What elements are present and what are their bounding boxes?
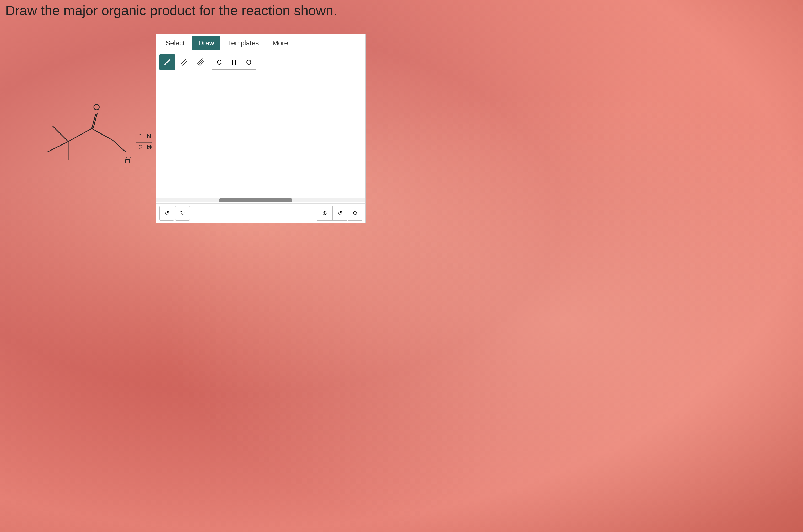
- triple-bond-button[interactable]: [193, 54, 209, 70]
- page-title: Draw the major organic product for the r…: [5, 3, 337, 18]
- zoom-out-button[interactable]: ⊖: [348, 206, 362, 221]
- svg-line-20: [197, 58, 203, 64]
- molecule-svg: O H 1. NaBH 4 2. H 2 O: [16, 100, 152, 173]
- svg-text:2: 2: [148, 145, 151, 151]
- atom-o-button[interactable]: O: [242, 55, 256, 70]
- scrollbar-thumb[interactable]: [219, 198, 292, 203]
- redo-button[interactable]: ↻: [175, 206, 190, 221]
- zoom-in-icon: ⊕: [322, 210, 327, 216]
- svg-line-19: [183, 61, 187, 65]
- tab-templates[interactable]: Templates: [222, 36, 265, 50]
- zoom-reset-button[interactable]: ↺: [332, 206, 347, 221]
- redo-icon: ↻: [180, 210, 185, 216]
- zoom-out-icon: ⊖: [352, 210, 357, 216]
- draw-panel: Select Draw Templates More: [156, 34, 366, 223]
- svg-text:O: O: [151, 143, 152, 151]
- svg-text:O: O: [93, 102, 100, 112]
- svg-line-22: [199, 61, 205, 66]
- tab-select[interactable]: Select: [159, 36, 191, 50]
- svg-line-8: [113, 140, 126, 152]
- double-bond-button[interactable]: [176, 54, 192, 70]
- atom-h-button[interactable]: H: [227, 55, 242, 70]
- svg-line-1: [47, 141, 68, 152]
- svg-text:1. NaBH: 1. NaBH: [139, 132, 152, 140]
- tab-draw[interactable]: Draw: [192, 36, 221, 50]
- zoom-reset-icon: ↺: [338, 210, 342, 216]
- toolbar: Select Draw Templates More: [156, 34, 365, 52]
- undo-button[interactable]: ↺: [159, 206, 174, 221]
- bottom-bar: ↺ ↻ ⊕ ↺ ⊖: [156, 204, 365, 223]
- zoom-group: ⊕ ↺ ⊖: [317, 206, 362, 221]
- canvas-area[interactable]: [156, 72, 365, 197]
- tab-more[interactable]: More: [266, 36, 294, 50]
- svg-line-2: [53, 126, 68, 141]
- atom-group: C H O: [212, 55, 256, 70]
- single-bond-button[interactable]: [159, 54, 175, 70]
- svg-text:H: H: [125, 155, 131, 165]
- svg-line-18: [181, 59, 186, 64]
- svg-line-0: [68, 129, 92, 141]
- background-texture: [0, 0, 803, 532]
- svg-line-4: [92, 129, 113, 140]
- horizontal-scrollbar[interactable]: [156, 198, 365, 203]
- tool-row: C H O: [156, 52, 365, 72]
- undo-redo-group: ↺ ↻: [159, 206, 190, 221]
- atom-c-button[interactable]: C: [212, 55, 227, 70]
- undo-icon: ↺: [165, 210, 169, 216]
- svg-line-21: [198, 60, 204, 65]
- chemical-structure: O H 1. NaBH 4 2. H 2 O: [16, 100, 152, 174]
- svg-line-17: [165, 59, 170, 65]
- zoom-in-button[interactable]: ⊕: [317, 206, 332, 221]
